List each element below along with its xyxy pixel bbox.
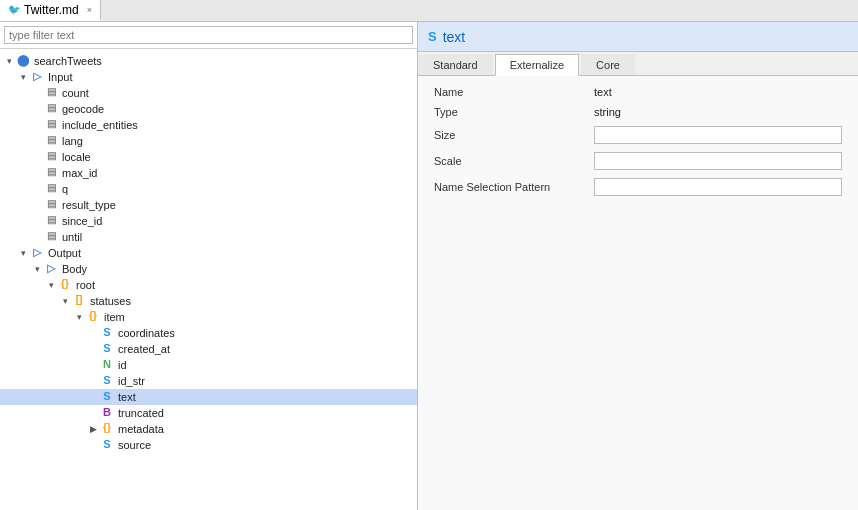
right-header-title: text	[443, 29, 466, 45]
tree-icon-count: ▤	[42, 86, 60, 100]
prop-row-name-selection-pattern: Name Selection Pattern	[434, 178, 842, 196]
prop-input-size[interactable]	[594, 126, 842, 144]
tree-icon-until: ▤	[42, 230, 60, 244]
tree-label-created_at: created_at	[118, 343, 170, 355]
tree-label-item: item	[104, 311, 125, 323]
tree-icon-Body: ▷	[42, 262, 60, 276]
tree-arrow-Body[interactable]: ▾	[32, 264, 42, 274]
tree-label-id: id	[118, 359, 127, 371]
tree-label-id_str: id_str	[118, 375, 145, 387]
prop-label-name-selection-pattern: Name Selection Pattern	[434, 181, 594, 193]
tree-arrow-root[interactable]: ▾	[46, 280, 56, 290]
prop-input-name-selection-pattern[interactable]	[594, 178, 842, 196]
panel-tab-externalize[interactable]: Externalize	[495, 54, 579, 76]
tree-item-lang[interactable]: ▤ lang	[0, 133, 417, 149]
twitter-tab-icon: 🐦	[8, 4, 20, 15]
properties-area: NametextTypestringSizeScaleName Selectio…	[418, 76, 858, 510]
prop-value-name: text	[594, 86, 842, 98]
left-panel: ▾ ⬤ searchTweets ▾ ▷ Input ▤ count ▤ geo…	[0, 22, 418, 510]
tree-icon-id_str: S	[98, 374, 116, 388]
tree-item-geocode[interactable]: ▤ geocode	[0, 101, 417, 117]
tree-arrow-searchTweets[interactable]: ▾	[4, 56, 14, 66]
prop-row-type: Typestring	[434, 106, 842, 118]
tree-label-searchTweets: searchTweets	[34, 55, 102, 67]
panel-tab-standard[interactable]: Standard	[418, 54, 493, 75]
tree-icon-locale: ▤	[42, 150, 60, 164]
tree-label-count: count	[62, 87, 89, 99]
tree-label-since_id: since_id	[62, 215, 102, 227]
tree-label-lang: lang	[62, 135, 83, 147]
right-panel: S text StandardExternalizeCore NametextT…	[418, 22, 858, 510]
tree-item-metadata[interactable]: ▶ {} metadata	[0, 421, 417, 437]
twitter-tab-label: Twitter.md	[24, 3, 79, 17]
tree-label-metadata: metadata	[118, 423, 164, 435]
prop-row-size: Size	[434, 126, 842, 144]
filter-input[interactable]	[4, 26, 413, 44]
tree-item-Output[interactable]: ▾ ▷ Output	[0, 245, 417, 261]
tree-label-root: root	[76, 279, 95, 291]
tree-item-q[interactable]: ▤ q	[0, 181, 417, 197]
tree-item-locale[interactable]: ▤ locale	[0, 149, 417, 165]
tree-icon-created_at: S	[98, 342, 116, 356]
tree-item-id[interactable]: N id	[0, 357, 417, 373]
tree-icon-result_type: ▤	[42, 198, 60, 212]
prop-label-size: Size	[434, 129, 594, 141]
tree-icon-text: S	[98, 390, 116, 404]
tree-item-statuses[interactable]: ▾ [] statuses	[0, 293, 417, 309]
tree-icon-id: N	[98, 358, 116, 372]
tree-label-coordinates: coordinates	[118, 327, 175, 339]
tree-item-max_id[interactable]: ▤ max_id	[0, 165, 417, 181]
prop-input-scale[interactable]	[594, 152, 842, 170]
tree-arrow-Output[interactable]: ▾	[18, 248, 28, 258]
twitter-tab[interactable]: 🐦 Twitter.md ×	[0, 0, 101, 21]
tree-item-count[interactable]: ▤ count	[0, 85, 417, 101]
right-header-icon: S	[428, 29, 437, 44]
tree-item-Body[interactable]: ▾ ▷ Body	[0, 261, 417, 277]
tree: ▾ ⬤ searchTweets ▾ ▷ Input ▤ count ▤ geo…	[0, 49, 417, 510]
main-layout: ▾ ⬤ searchTweets ▾ ▷ Input ▤ count ▤ geo…	[0, 22, 858, 510]
tree-item-searchTweets[interactable]: ▾ ⬤ searchTweets	[0, 53, 417, 69]
tree-label-geocode: geocode	[62, 103, 104, 115]
tree-icon-coordinates: S	[98, 326, 116, 340]
tree-label-truncated: truncated	[118, 407, 164, 419]
tree-icon-root: {}	[56, 278, 74, 292]
tree-arrow-metadata[interactable]: ▶	[88, 424, 98, 434]
tree-item-source[interactable]: S source	[0, 437, 417, 453]
panel-tab-core[interactable]: Core	[581, 54, 635, 75]
tree-item-root[interactable]: ▾ {} root	[0, 277, 417, 293]
tree-item-text[interactable]: S text	[0, 389, 417, 405]
tree-item-Input[interactable]: ▾ ▷ Input	[0, 69, 417, 85]
prop-value-type: string	[594, 106, 842, 118]
prop-row-scale: Scale	[434, 152, 842, 170]
tree-item-truncated[interactable]: B truncated	[0, 405, 417, 421]
tree-label-include_entities: include_entities	[62, 119, 138, 131]
tree-label-Input: Input	[48, 71, 72, 83]
tree-icon-metadata: {}	[98, 422, 116, 436]
tree-label-Output: Output	[48, 247, 81, 259]
tab-bar: 🐦 Twitter.md ×	[0, 0, 858, 22]
tree-icon-statuses: []	[70, 294, 88, 308]
tree-arrow-statuses[interactable]: ▾	[60, 296, 70, 306]
filter-bar	[0, 22, 417, 49]
panel-tabs-row: StandardExternalizeCore	[418, 52, 858, 76]
tree-arrow-item[interactable]: ▾	[74, 312, 84, 322]
tree-item-include_entities[interactable]: ▤ include_entities	[0, 117, 417, 133]
tree-item-since_id[interactable]: ▤ since_id	[0, 213, 417, 229]
twitter-tab-close[interactable]: ×	[87, 5, 92, 15]
tree-item-id_str[interactable]: S id_str	[0, 373, 417, 389]
tree-item-item[interactable]: ▾ {} item	[0, 309, 417, 325]
tree-label-Body: Body	[62, 263, 87, 275]
tree-icon-source: S	[98, 438, 116, 452]
tree-icon-include_entities: ▤	[42, 118, 60, 132]
tree-item-created_at[interactable]: S created_at	[0, 341, 417, 357]
tree-label-text: text	[118, 391, 136, 403]
tree-icon-truncated: B	[98, 406, 116, 420]
tree-item-result_type[interactable]: ▤ result_type	[0, 197, 417, 213]
prop-row-name: Nametext	[434, 86, 842, 98]
tree-item-until[interactable]: ▤ until	[0, 229, 417, 245]
tree-arrow-Input[interactable]: ▾	[18, 72, 28, 82]
tree-item-coordinates[interactable]: S coordinates	[0, 325, 417, 341]
tree-label-q: q	[62, 183, 68, 195]
tree-label-result_type: result_type	[62, 199, 116, 211]
prop-label-scale: Scale	[434, 155, 594, 167]
